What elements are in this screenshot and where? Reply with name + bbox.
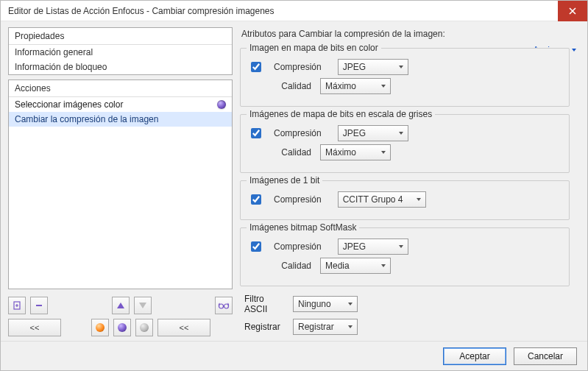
color-compression-select[interactable]: JPEG xyxy=(338,59,408,75)
move-down-button[interactable] xyxy=(134,297,152,314)
select-value: Registrar xyxy=(298,322,334,332)
action-item[interactable]: Seleccionar imágenes color xyxy=(9,97,232,112)
view-mode-button[interactable] xyxy=(215,297,233,314)
prev-button[interactable]: << xyxy=(8,319,61,336)
chevron-down-icon xyxy=(571,47,577,53)
gray-compression-checkbox[interactable] xyxy=(251,128,261,138)
chevron-down-icon xyxy=(347,301,353,307)
group-onebit: Imágenes de 1 bit Compresión CCITT Grupo… xyxy=(240,180,570,220)
chevron-down-icon xyxy=(380,149,386,155)
dialog-footer: Aceptar Cancelar xyxy=(1,341,587,370)
gray-compression-label: Compresión xyxy=(269,128,322,138)
onebit-compression-checkbox[interactable] xyxy=(251,194,261,205)
sphere-orange-icon xyxy=(96,323,105,332)
group-legend: Imagen en mapa de bits en color xyxy=(247,43,381,53)
chevron-down-icon xyxy=(347,324,353,330)
add-action-button[interactable] xyxy=(8,297,26,314)
svg-rect-1 xyxy=(36,305,42,306)
status-gray-button[interactable] xyxy=(135,319,153,336)
color-quality-select[interactable]: Máximo xyxy=(320,78,391,94)
chevron-down-icon xyxy=(398,244,404,250)
action-item[interactable]: Cambiar la compresión de la imagen xyxy=(9,112,232,127)
ascii-row: Filtro ASCII Ninguno xyxy=(240,294,570,314)
ok-button[interactable]: Aceptar xyxy=(443,347,506,365)
chevron-down-icon xyxy=(398,64,404,70)
color-compression-checkbox[interactable] xyxy=(251,62,261,72)
prev-label: << xyxy=(30,323,40,332)
chevron-down-icon xyxy=(398,130,404,136)
softmask-compression-select[interactable]: JPEG xyxy=(338,239,408,255)
status-orange-button[interactable] xyxy=(91,319,109,336)
chevron-down-icon xyxy=(380,83,386,89)
color-quality-label: Calidad xyxy=(263,81,314,91)
chevron-down-icon xyxy=(416,197,422,202)
titlebar: Editor de Listas de Acción Enfocus - Cam… xyxy=(1,1,587,21)
color-compression-label: Compresión xyxy=(269,62,322,72)
softmask-compression-label: Compresión xyxy=(269,241,322,252)
sphere-purple-icon xyxy=(118,323,127,332)
actions-panel: Acciones Seleccionar imágenes color Camb… xyxy=(8,80,233,289)
properties-header: Propiedades xyxy=(9,28,232,45)
next-label: << xyxy=(180,323,189,332)
actions-header: Acciones xyxy=(9,80,232,97)
close-icon xyxy=(569,7,576,15)
remove-action-button[interactable] xyxy=(30,297,48,314)
gray-compression-select[interactable]: JPEG xyxy=(338,125,408,141)
svg-point-3 xyxy=(224,304,229,308)
log-select[interactable]: Registrar xyxy=(293,319,358,335)
select-value: CCITT Grupo 4 xyxy=(343,194,403,205)
log-row: Registrar Registrar xyxy=(240,319,570,335)
triangle-down-icon xyxy=(138,301,147,310)
status-sphere-icon xyxy=(217,100,226,109)
select-value: JPEG xyxy=(343,62,366,72)
left-toolbar: << << xyxy=(8,294,233,336)
attributes-header: Atributos para Cambiar la compresión de … xyxy=(240,27,580,43)
plus-doc-icon xyxy=(12,300,22,311)
group-legend: Imágenes de mapa de bits en escala de gr… xyxy=(247,109,435,119)
properties-row-general[interactable]: Información general xyxy=(9,45,232,60)
dialog-body: Propiedades Información general Informac… xyxy=(1,21,587,341)
group-legend: Imágenes bitmap SoftMask xyxy=(247,222,359,233)
window-title: Editor de Listas de Acción Enfocus - Cam… xyxy=(8,6,274,16)
svg-point-2 xyxy=(219,304,224,308)
move-up-button[interactable] xyxy=(112,297,130,314)
select-value: Máximo xyxy=(325,147,356,158)
softmask-quality-label: Calidad xyxy=(263,261,314,271)
log-label: Registrar xyxy=(240,322,287,332)
select-value: JPEG xyxy=(343,241,366,252)
action-item-label: Seleccionar imágenes color xyxy=(15,99,123,110)
sphere-gray-icon xyxy=(140,323,149,332)
left-column: Propiedades Información general Informac… xyxy=(8,27,233,336)
ascii-select[interactable]: Ninguno xyxy=(293,296,358,312)
onebit-compression-label: Compresión xyxy=(269,194,322,205)
select-value: JPEG xyxy=(343,128,366,138)
close-button[interactable] xyxy=(558,1,587,21)
minus-icon xyxy=(34,300,44,311)
group-softmask: Imágenes bitmap SoftMask Compresión JPEG… xyxy=(240,227,570,286)
cancel-button[interactable]: Cancelar xyxy=(514,347,577,365)
properties-row-lock[interactable]: Información de bloqueo xyxy=(9,60,232,74)
select-value: Ninguno xyxy=(298,299,331,309)
actions-list: Seleccionar imágenes color Cambiar la co… xyxy=(9,97,232,289)
select-value: Media xyxy=(325,261,350,271)
next-button[interactable]: << xyxy=(157,319,210,336)
group-legend: Imágenes de 1 bit xyxy=(247,175,322,186)
glasses-icon xyxy=(218,301,230,310)
chevron-down-icon xyxy=(380,263,386,269)
onebit-compression-select[interactable]: CCITT Grupo 4 xyxy=(338,191,426,208)
dialog-window: Editor de Listas de Acción Enfocus - Cam… xyxy=(0,0,588,371)
attributes-area: Acciones Imagen en mapa de bits en color… xyxy=(240,43,580,336)
gray-quality-select[interactable]: Máximo xyxy=(320,144,391,160)
properties-panel: Propiedades Información general Informac… xyxy=(8,27,233,75)
softmask-compression-checkbox[interactable] xyxy=(251,241,261,252)
group-gray-bitmap: Imágenes de mapa de bits en escala de gr… xyxy=(240,114,570,173)
softmask-quality-select[interactable]: Media xyxy=(320,258,391,274)
gray-quality-label: Calidad xyxy=(263,147,314,158)
group-color-bitmap: Imagen en mapa de bits en color Compresi… xyxy=(240,48,570,107)
status-purple-button[interactable] xyxy=(113,319,131,336)
cancel-label: Cancelar xyxy=(528,351,563,361)
attributes-title: Atributos para Cambiar la compresión de … xyxy=(241,29,445,39)
action-item-label: Cambiar la compresión de la imagen xyxy=(15,114,158,124)
select-value: Máximo xyxy=(325,81,356,91)
ok-label: Aceptar xyxy=(459,351,489,361)
